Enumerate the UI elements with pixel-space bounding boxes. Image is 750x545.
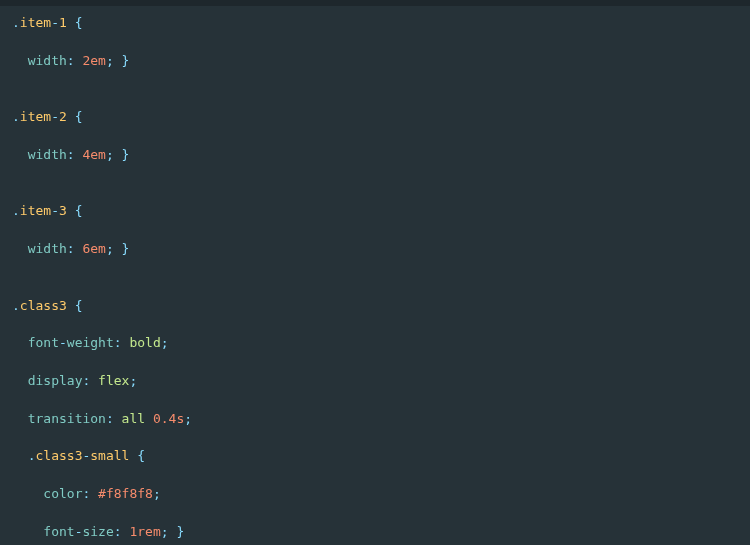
- css-selector-line: .item-2 {: [12, 108, 750, 127]
- css-selector-line: .class3-small {: [12, 447, 750, 466]
- css-declaration-line: font-weight: bold;: [12, 334, 750, 353]
- css-declaration-line: color: #f8f8f8;: [12, 485, 750, 504]
- css-declaration-line: font-size: 1rem; }: [12, 523, 750, 542]
- css-selector-line: .class3 {: [12, 297, 750, 316]
- css-declaration-line: display: flex;: [12, 372, 750, 391]
- css-declaration-line: transition: all 0.4s;: [12, 410, 750, 429]
- css-selector-line: .item-1 {: [12, 14, 750, 33]
- code-editor-content[interactable]: .item-1 { width: 2em; } .item-2 { width:…: [0, 6, 750, 545]
- css-declaration-line: width: 6em; }: [12, 240, 750, 259]
- css-selector-line: .item-3 {: [12, 202, 750, 221]
- css-declaration-line: width: 2em; }: [12, 52, 750, 71]
- css-declaration-line: width: 4em; }: [12, 146, 750, 165]
